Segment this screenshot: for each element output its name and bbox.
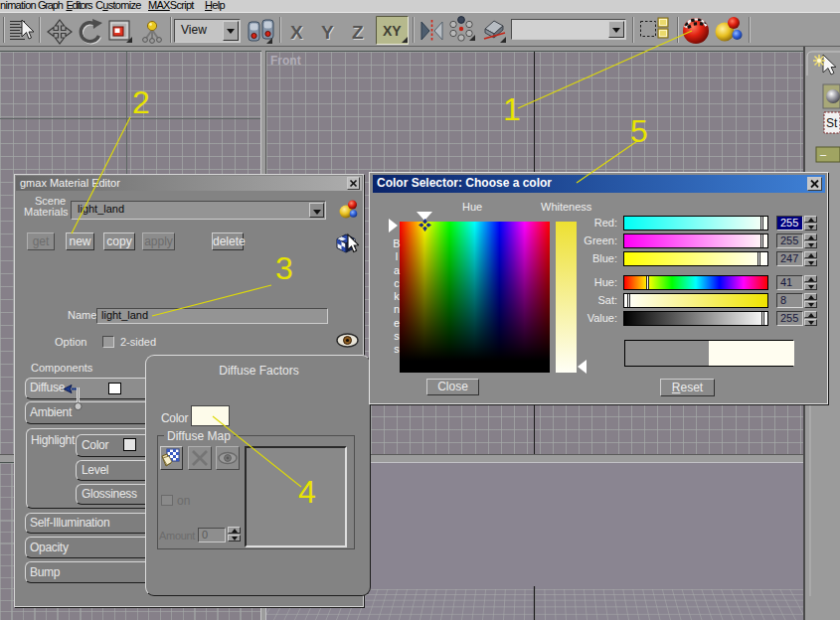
svg-text:Y: Y (321, 22, 334, 43)
svg-text:XY: XY (383, 23, 402, 39)
svg-text:St: St (826, 116, 838, 130)
svg-text:X: X (290, 22, 303, 43)
svg-text:–: – (820, 148, 827, 160)
svg-text:Z: Z (352, 22, 364, 43)
